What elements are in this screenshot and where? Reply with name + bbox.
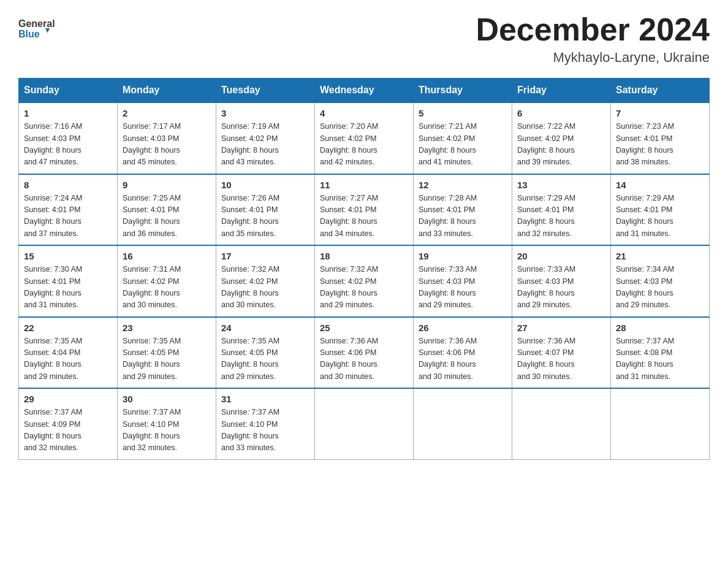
day-number: 18 bbox=[320, 251, 408, 261]
calendar-cell: 27Sunrise: 7:36 AMSunset: 4:07 PMDayligh… bbox=[512, 317, 611, 389]
calendar-cell: 7Sunrise: 7:23 AMSunset: 4:01 PMDaylight… bbox=[611, 102, 710, 174]
calendar-cell: 17Sunrise: 7:32 AMSunset: 4:02 PMDayligh… bbox=[216, 245, 315, 317]
calendar-cell: 2Sunrise: 7:17 AMSunset: 4:03 PMDaylight… bbox=[118, 102, 216, 174]
day-number: 13 bbox=[517, 180, 605, 190]
day-info: Sunrise: 7:31 AMSunset: 4:02 PMDaylight:… bbox=[123, 264, 211, 312]
day-info: Sunrise: 7:33 AMSunset: 4:03 PMDaylight:… bbox=[517, 264, 605, 312]
day-info: Sunrise: 7:21 AMSunset: 4:02 PMDaylight:… bbox=[419, 121, 507, 169]
calendar-cell: 14Sunrise: 7:29 AMSunset: 4:01 PMDayligh… bbox=[611, 174, 710, 246]
header-sunday: Sunday bbox=[19, 79, 118, 103]
day-info: Sunrise: 7:28 AMSunset: 4:01 PMDaylight:… bbox=[419, 193, 507, 240]
calendar-cell: 20Sunrise: 7:33 AMSunset: 4:03 PMDayligh… bbox=[512, 245, 611, 317]
calendar-cell: 11Sunrise: 7:27 AMSunset: 4:01 PMDayligh… bbox=[315, 174, 414, 246]
calendar-cell: 29Sunrise: 7:37 AMSunset: 4:09 PMDayligh… bbox=[19, 388, 118, 459]
day-info: Sunrise: 7:35 AMSunset: 4:05 PMDaylight:… bbox=[123, 335, 211, 383]
day-info: Sunrise: 7:17 AMSunset: 4:03 PMDaylight:… bbox=[123, 121, 211, 169]
calendar-cell: 15Sunrise: 7:30 AMSunset: 4:01 PMDayligh… bbox=[19, 245, 118, 317]
calendar-cell: 6Sunrise: 7:22 AMSunset: 4:02 PMDaylight… bbox=[512, 102, 611, 174]
day-number: 12 bbox=[419, 180, 507, 190]
day-info: Sunrise: 7:30 AMSunset: 4:01 PMDaylight:… bbox=[24, 264, 112, 312]
calendar-cell: 5Sunrise: 7:21 AMSunset: 4:02 PMDaylight… bbox=[414, 102, 512, 174]
day-number: 20 bbox=[517, 251, 605, 261]
calendar-cell: 10Sunrise: 7:26 AMSunset: 4:01 PMDayligh… bbox=[216, 174, 315, 246]
day-info: Sunrise: 7:27 AMSunset: 4:01 PMDaylight:… bbox=[320, 193, 408, 240]
calendar-title: December 2024 bbox=[476, 12, 710, 47]
day-number: 23 bbox=[123, 323, 211, 333]
calendar-cell: 26Sunrise: 7:36 AMSunset: 4:06 PMDayligh… bbox=[414, 317, 512, 389]
calendar-cell: 13Sunrise: 7:29 AMSunset: 4:01 PMDayligh… bbox=[512, 174, 611, 246]
calendar-cell: 23Sunrise: 7:35 AMSunset: 4:05 PMDayligh… bbox=[118, 317, 216, 389]
day-number: 31 bbox=[221, 394, 309, 404]
day-info: Sunrise: 7:20 AMSunset: 4:02 PMDaylight:… bbox=[320, 121, 408, 169]
day-info: Sunrise: 7:35 AMSunset: 4:05 PMDaylight:… bbox=[221, 335, 309, 383]
calendar-cell: 21Sunrise: 7:34 AMSunset: 4:03 PMDayligh… bbox=[611, 245, 710, 317]
day-number: 28 bbox=[616, 323, 704, 333]
calendar-cell: 4Sunrise: 7:20 AMSunset: 4:02 PMDaylight… bbox=[315, 102, 414, 174]
calendar-cell: 18Sunrise: 7:32 AMSunset: 4:02 PMDayligh… bbox=[315, 245, 414, 317]
day-info: Sunrise: 7:37 AMSunset: 4:08 PMDaylight:… bbox=[616, 335, 704, 383]
calendar-cell: 30Sunrise: 7:37 AMSunset: 4:10 PMDayligh… bbox=[118, 388, 216, 459]
day-info: Sunrise: 7:34 AMSunset: 4:03 PMDaylight:… bbox=[616, 264, 704, 312]
calendar-cell: 24Sunrise: 7:35 AMSunset: 4:05 PMDayligh… bbox=[216, 317, 315, 389]
svg-text:Blue: Blue bbox=[18, 29, 40, 39]
day-info: Sunrise: 7:36 AMSunset: 4:06 PMDaylight:… bbox=[419, 335, 507, 383]
logo-image: General Blue bbox=[18, 12, 55, 46]
day-info: Sunrise: 7:36 AMSunset: 4:07 PMDaylight:… bbox=[517, 335, 605, 383]
calendar-cell: 3Sunrise: 7:19 AMSunset: 4:02 PMDaylight… bbox=[216, 102, 315, 174]
header-monday: Monday bbox=[118, 79, 216, 103]
calendar-cell: 31Sunrise: 7:37 AMSunset: 4:10 PMDayligh… bbox=[216, 388, 315, 459]
day-info: Sunrise: 7:19 AMSunset: 4:02 PMDaylight:… bbox=[221, 121, 309, 169]
calendar-week-5: 29Sunrise: 7:37 AMSunset: 4:09 PMDayligh… bbox=[19, 388, 710, 459]
day-number: 5 bbox=[419, 108, 507, 118]
day-number: 2 bbox=[123, 108, 211, 118]
day-number: 1 bbox=[24, 108, 112, 118]
day-number: 4 bbox=[320, 108, 408, 118]
day-number: 26 bbox=[419, 323, 507, 333]
calendar-cell: 16Sunrise: 7:31 AMSunset: 4:02 PMDayligh… bbox=[118, 245, 216, 317]
svg-text:General: General bbox=[18, 18, 55, 29]
header-saturday: Saturday bbox=[611, 79, 710, 103]
calendar-cell: 19Sunrise: 7:33 AMSunset: 4:03 PMDayligh… bbox=[414, 245, 512, 317]
day-number: 7 bbox=[616, 108, 704, 118]
page-header: General Blue December 2024 Mykhaylo-Lary… bbox=[18, 12, 710, 66]
day-info: Sunrise: 7:33 AMSunset: 4:03 PMDaylight:… bbox=[419, 264, 507, 312]
calendar-cell bbox=[414, 388, 512, 459]
calendar-cell: 8Sunrise: 7:24 AMSunset: 4:01 PMDaylight… bbox=[19, 174, 118, 246]
calendar-week-3: 15Sunrise: 7:30 AMSunset: 4:01 PMDayligh… bbox=[19, 245, 710, 317]
day-info: Sunrise: 7:32 AMSunset: 4:02 PMDaylight:… bbox=[320, 264, 408, 312]
day-info: Sunrise: 7:16 AMSunset: 4:03 PMDaylight:… bbox=[24, 121, 112, 169]
calendar-week-1: 1Sunrise: 7:16 AMSunset: 4:03 PMDaylight… bbox=[19, 102, 710, 174]
calendar-week-2: 8Sunrise: 7:24 AMSunset: 4:01 PMDaylight… bbox=[19, 174, 710, 246]
day-number: 22 bbox=[24, 323, 112, 333]
day-info: Sunrise: 7:32 AMSunset: 4:02 PMDaylight:… bbox=[221, 264, 309, 312]
day-number: 19 bbox=[419, 251, 507, 261]
day-number: 14 bbox=[616, 180, 704, 190]
day-info: Sunrise: 7:26 AMSunset: 4:01 PMDaylight:… bbox=[221, 193, 309, 240]
header-tuesday: Tuesday bbox=[216, 79, 315, 103]
day-number: 29 bbox=[24, 394, 112, 404]
day-info: Sunrise: 7:24 AMSunset: 4:01 PMDaylight:… bbox=[24, 193, 112, 240]
calendar-cell bbox=[512, 388, 611, 459]
day-info: Sunrise: 7:29 AMSunset: 4:01 PMDaylight:… bbox=[616, 193, 704, 240]
day-number: 25 bbox=[320, 323, 408, 333]
day-info: Sunrise: 7:25 AMSunset: 4:01 PMDaylight:… bbox=[123, 193, 211, 240]
day-info: Sunrise: 7:29 AMSunset: 4:01 PMDaylight:… bbox=[517, 193, 605, 240]
day-info: Sunrise: 7:37 AMSunset: 4:10 PMDaylight:… bbox=[123, 407, 211, 454]
day-info: Sunrise: 7:37 AMSunset: 4:09 PMDaylight:… bbox=[24, 407, 112, 454]
day-number: 27 bbox=[517, 323, 605, 333]
day-number: 17 bbox=[221, 251, 309, 261]
svg-marker-1 bbox=[45, 28, 50, 33]
calendar-subtitle: Mykhaylo-Laryne, Ukraine bbox=[476, 50, 710, 66]
day-number: 15 bbox=[24, 251, 112, 261]
calendar-cell: 22Sunrise: 7:35 AMSunset: 4:04 PMDayligh… bbox=[19, 317, 118, 389]
calendar-cell bbox=[611, 388, 710, 459]
day-number: 9 bbox=[123, 180, 211, 190]
day-number: 11 bbox=[320, 180, 408, 190]
logo: General Blue bbox=[18, 12, 55, 46]
header-row: Sunday Monday Tuesday Wednesday Thursday… bbox=[19, 79, 710, 103]
header-wednesday: Wednesday bbox=[315, 79, 414, 103]
calendar-cell: 9Sunrise: 7:25 AMSunset: 4:01 PMDaylight… bbox=[118, 174, 216, 246]
calendar-week-4: 22Sunrise: 7:35 AMSunset: 4:04 PMDayligh… bbox=[19, 317, 710, 389]
day-info: Sunrise: 7:23 AMSunset: 4:01 PMDaylight:… bbox=[616, 121, 704, 169]
day-number: 30 bbox=[123, 394, 211, 404]
